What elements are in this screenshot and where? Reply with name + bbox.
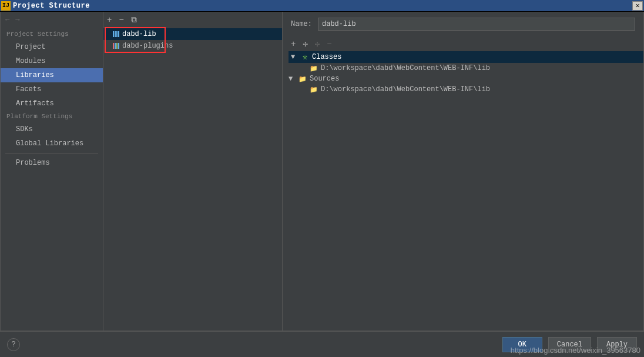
chevron-down-icon: ▼ xyxy=(289,75,296,83)
tree-classes-row[interactable]: ▼ ⚒ Classes xyxy=(289,51,643,63)
divider xyxy=(5,153,98,154)
nav-artifacts[interactable]: Artifacts xyxy=(1,96,103,111)
nav-modules[interactable]: Modules xyxy=(1,54,103,68)
library-icon xyxy=(113,43,119,49)
add-icon[interactable]: + xyxy=(107,15,112,25)
library-item-dabd-plugins[interactable]: dabd-plugins xyxy=(103,40,282,52)
sources-path-row[interactable]: 📁 D:\workspace\dabd\WebContent\WEB-INF\l… xyxy=(289,84,643,95)
sources-label: Sources xyxy=(310,75,339,83)
nav-problems[interactable]: Problems xyxy=(1,156,103,170)
library-list-panel: + − ⧉ dabd-lib dabd-plugins xyxy=(103,12,283,331)
library-label: dabd-lib xyxy=(122,30,156,38)
section-project-settings: Project Settings xyxy=(1,28,103,40)
name-label: Name: xyxy=(291,20,312,28)
remove-icon[interactable]: − xyxy=(119,15,123,25)
nav-history: ← → xyxy=(1,12,103,28)
folder-icon: 📁 xyxy=(310,65,318,72)
nav-facets[interactable]: Facets xyxy=(1,82,103,96)
left-panel: ← → Project Settings Project Modules Lib… xyxy=(1,12,103,331)
library-label: dabd-plugins xyxy=(122,42,173,50)
section-platform-settings: Platform Settings xyxy=(1,111,103,122)
remove-icon: − xyxy=(327,39,331,49)
forward-arrow-icon[interactable]: → xyxy=(15,16,19,24)
name-row: Name: xyxy=(283,12,643,36)
detail-toolbar: + ✢ ✢ − xyxy=(283,36,643,51)
add-icon[interactable]: + xyxy=(291,39,296,49)
tree-sources-row[interactable]: ▼ 📁 Sources xyxy=(289,74,643,84)
dialog-footer: ? OK Cancel Apply xyxy=(0,331,644,357)
library-tree: ▼ ⚒ Classes 📁 D:\workspace\dabd\WebConte… xyxy=(283,51,643,95)
mid-toolbar: + − ⧉ xyxy=(103,12,282,28)
copy-icon[interactable]: ⧉ xyxy=(131,15,137,25)
sources-path: D:\workspace\dabd\WebContent\WEB-INF\lib xyxy=(321,85,490,94)
classes-icon: ⚒ xyxy=(301,52,309,62)
library-detail-panel: Name: + ✢ ✢ − ▼ ⚒ Classes 📁 D:\workspace… xyxy=(283,12,643,331)
app-icon: IJ xyxy=(1,1,11,11)
nav-libraries[interactable]: Libraries xyxy=(1,68,103,82)
chevron-down-icon: ▼ xyxy=(291,53,298,61)
nav-sdks[interactable]: SDKs xyxy=(1,122,103,136)
classes-path-row[interactable]: 📁 D:\workspace\dabd\WebContent\WEB-INF\l… xyxy=(289,63,643,74)
apply-button[interactable]: Apply xyxy=(597,337,637,352)
close-button[interactable]: ✕ xyxy=(632,1,643,11)
title-bar: IJ Project Structure ✕ xyxy=(0,0,644,12)
nav-project[interactable]: Project xyxy=(1,40,103,54)
attach-disabled-icon: ✢ xyxy=(315,39,320,49)
library-item-dabd-lib[interactable]: dabd-lib xyxy=(103,28,282,40)
ok-button[interactable]: OK xyxy=(502,337,542,352)
classes-path: D:\workspace\dabd\WebContent\WEB-INF\lib xyxy=(321,64,490,72)
library-list: dabd-lib dabd-plugins xyxy=(103,28,282,52)
nav-global-libraries[interactable]: Global Libraries xyxy=(1,136,103,151)
cancel-button[interactable]: Cancel xyxy=(548,337,591,352)
folder-icon: 📁 xyxy=(298,75,307,83)
back-arrow-icon[interactable]: ← xyxy=(5,16,9,24)
window-title: Project Structure xyxy=(13,2,632,10)
library-icon xyxy=(113,31,119,37)
help-button[interactable]: ? xyxy=(7,338,20,351)
name-input[interactable] xyxy=(318,18,635,31)
content-area: ← → Project Settings Project Modules Lib… xyxy=(0,12,644,331)
attach-icon[interactable]: ✢ xyxy=(303,39,307,49)
classes-label: Classes xyxy=(312,53,341,61)
folder-icon: 📁 xyxy=(310,86,318,94)
